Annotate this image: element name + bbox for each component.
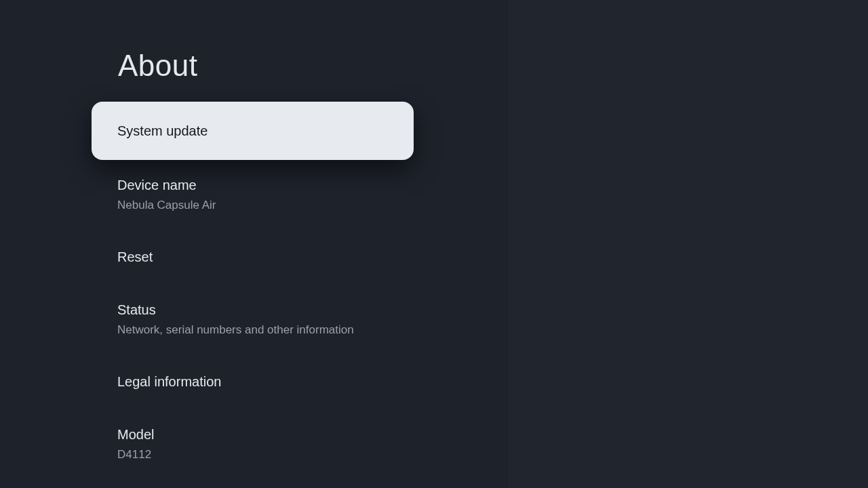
list-item-model[interactable]: Model D4112	[92, 412, 414, 476]
item-title: Model	[117, 426, 388, 443]
settings-list: System update Device name Nebula Capsule…	[0, 102, 509, 488]
item-subtitle: D4112	[117, 447, 388, 462]
page-title: About	[0, 49, 509, 83]
list-item-system-update[interactable]: System update	[92, 102, 414, 160]
list-item-android-tv-os-version[interactable]: Android TV OS version 11	[92, 476, 414, 488]
item-title: Device name	[117, 176, 388, 194]
list-item-legal-information[interactable]: Legal information	[92, 359, 414, 404]
item-subtitle: Nebula Capsule Air	[117, 198, 388, 213]
item-title: Legal information	[117, 373, 388, 390]
item-subtitle: Network, serial numbers and other inform…	[117, 323, 388, 338]
item-title: Status	[117, 301, 388, 319]
list-item-reset[interactable]: Reset	[92, 235, 414, 279]
list-item-device-name[interactable]: Device name Nebula Capsule Air	[92, 163, 414, 226]
item-title: System update	[117, 122, 388, 140]
list-item-status[interactable]: Status Network, serial numbers and other…	[92, 287, 414, 351]
settings-panel: About System update Device name Nebula C…	[0, 0, 509, 488]
item-title: Reset	[117, 248, 388, 266]
detail-panel	[509, 0, 868, 488]
